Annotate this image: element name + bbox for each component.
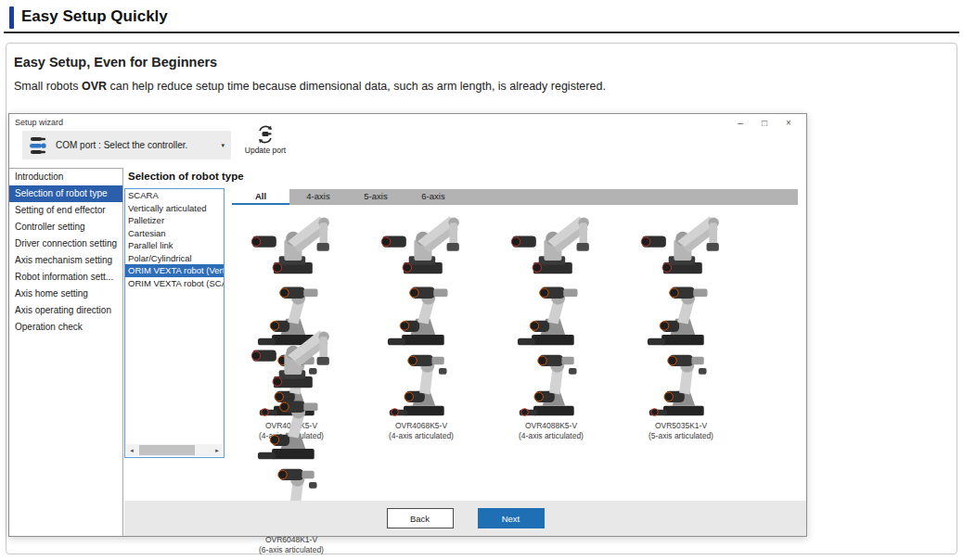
wizard-step-item[interactable]: Driver connection setting [9, 235, 122, 252]
axis-filter-tab[interactable]: 4-axis [289, 189, 347, 205]
section-heading: Easy Setup, Even for Beginners [14, 55, 217, 70]
wizard-footer: Back Next [124, 501, 806, 536]
robot-5axis-image [635, 280, 727, 350]
robot-type-item[interactable]: Palletizer [125, 214, 224, 227]
robot-name: OVR5035K1-V [616, 421, 746, 431]
robot-card[interactable]: OVR4088K5-V (4-axis articulated) [486, 210, 616, 324]
robot-grid: OVR4048K5-V (4-axis articulated) [226, 210, 764, 438]
robot-4axis-image [635, 210, 727, 280]
body-text-prefix: Small robots [14, 80, 82, 93]
setup-wizard-window: Setup wizard – □ × COM port : Select the… [8, 113, 807, 537]
robot-6axis-image [635, 350, 727, 421]
next-button[interactable]: Next [478, 508, 545, 528]
close-icon[interactable]: × [777, 116, 801, 131]
back-button[interactable]: Back [387, 508, 454, 528]
robot-type-label: (4-axis articulated) [486, 431, 616, 441]
robot-4axis-image [245, 324, 338, 394]
axis-filter-tab[interactable]: 5-axis [347, 189, 404, 205]
robot-type-item[interactable]: Vertically articulated [125, 202, 224, 215]
com-port-plug-icon [29, 135, 49, 156]
robot-card[interactable]: OVR4068K5-V (4-axis articulated) [356, 210, 486, 324]
update-port-icon [255, 124, 276, 145]
robot-type-item[interactable]: Cartesian [125, 227, 224, 240]
page-title: Easy Setup Quickly [21, 7, 168, 26]
robot-type-listbox: SCARA Vertically articulated Palletizer … [124, 188, 225, 458]
robot-6axis-image [505, 350, 597, 421]
robot-5axis-image [245, 394, 338, 465]
dropdown-caret-icon: ▾ [221, 142, 225, 149]
wizard-step-item[interactable]: Controller setting [9, 219, 122, 235]
axis-filter-tab[interactable]: 6-axis [404, 189, 462, 205]
window-titlebar[interactable]: Setup wizard – □ × [9, 114, 806, 133]
wizard-steps-sidebar: Introduction Selection of robot type Set… [9, 168, 123, 536]
robot-name: OVR4068K5-V [356, 421, 486, 431]
wizard-step-item[interactable]: Operation check [9, 319, 122, 336]
robot-6axis-image [375, 350, 468, 421]
wizard-step-item[interactable]: Robot information sett... [9, 269, 122, 286]
robot-type-label: (5-axis articulated) [616, 431, 746, 441]
robot-4axis-image [375, 210, 468, 280]
panel-heading: Selection of robot type [128, 171, 244, 182]
robot-card[interactable]: OVR4048K5-V (4-axis articulated) [226, 210, 356, 324]
wizard-step-item[interactable]: Axis operating direction [9, 302, 122, 319]
page: Easy Setup Quickly Easy Setup, Even for … [0, 0, 963, 560]
robot-name: OVR4088K5-V [486, 421, 616, 431]
axis-filter-tabbar: All 4-axis 5-axis 6-axis [232, 189, 798, 205]
update-port-label: Update port [241, 146, 289, 155]
body-text-bold: OVR [82, 80, 107, 93]
robot-name: OVR6048K1-V [226, 535, 356, 545]
robot-4axis-image [505, 210, 597, 280]
body-text: Small robots OVR can help reduce setup t… [14, 80, 606, 93]
robot-type-list: SCARA Vertically articulated Palletizer … [125, 189, 224, 289]
com-port-dropdown[interactable]: COM port : Select the controller. ▾ [22, 131, 231, 159]
axis-filter-tab[interactable]: All [232, 189, 289, 205]
body-text-suffix: can help reduce setup time because dimen… [107, 80, 606, 93]
robot-card[interactable]: OVR5035K1-V (5-axis articulated) [616, 210, 746, 324]
wizard-step-item[interactable]: Axis mechanism setting [9, 252, 122, 269]
scroll-left-icon[interactable]: ◄ [126, 448, 137, 453]
robot-4axis-image [245, 210, 338, 280]
robot-type-item[interactable]: ORIM VEXTA robot (SCARA) [125, 277, 224, 290]
minimize-icon[interactable]: – [728, 116, 752, 131]
header-divider [4, 32, 959, 33]
robot-5axis-image [505, 280, 597, 350]
com-port-label: COM port : Select the controller. [56, 140, 187, 150]
robot-type-item[interactable]: Parallel link [125, 239, 224, 252]
wizard-step-item[interactable]: Setting of end effector [9, 202, 122, 219]
horizontal-scrollbar[interactable]: ◄ ► [126, 444, 223, 456]
title-accent-bar [9, 6, 14, 29]
robot-card[interactable]: OVR6048K1-V (6-axis articulated) [226, 324, 356, 438]
wizard-step-item[interactable]: Axis home setting [9, 286, 122, 302]
robot-type-label: (4-axis articulated) [356, 431, 486, 441]
scroll-right-icon[interactable]: ► [212, 448, 223, 453]
robot-type-label: (6-axis articulated) [226, 545, 356, 555]
wizard-step-item[interactable]: Selection of robot type [9, 185, 122, 202]
maximize-icon[interactable]: □ [752, 116, 777, 131]
robot-type-item[interactable]: ORIM VEXTA robot (Vertical) [125, 264, 224, 277]
robot-type-item[interactable]: SCARA [125, 189, 224, 202]
robot-type-item[interactable]: Polar/Cylindrical [125, 252, 224, 265]
wizard-step-item[interactable]: Introduction [9, 169, 122, 185]
content-box: Easy Setup, Even for Beginners Small rob… [6, 43, 957, 554]
window-controls: – □ × [728, 116, 801, 131]
robot-5axis-image [375, 280, 468, 350]
window-title: Setup wizard [15, 118, 63, 127]
scrollbar-thumb[interactable] [139, 445, 195, 455]
update-port-button[interactable]: Update port [241, 124, 289, 155]
